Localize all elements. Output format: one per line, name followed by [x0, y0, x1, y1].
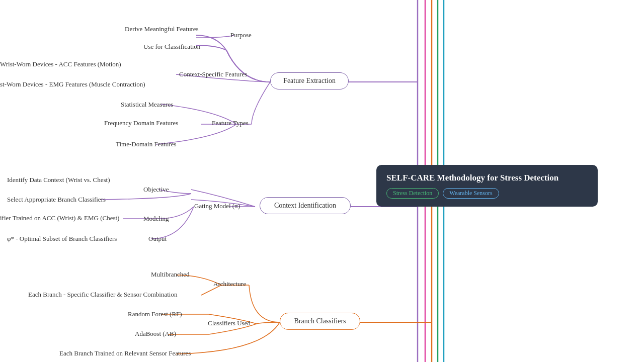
tag-wearable-sensors: Wearable Sensors [443, 188, 499, 199]
info-card-tags: Stress Detection Wearable Sensors [386, 188, 588, 199]
gating-model-label: Gating Model (π) [194, 202, 240, 210]
multibranched-label: Multibranched [151, 270, 190, 279]
tag-stress-detection: Stress Detection [386, 188, 439, 199]
objective-label: Objective [143, 186, 169, 194]
context-identification-node: Context Identification [260, 197, 351, 214]
select-branch-label: Select Appropriate Branch Classifiers [7, 196, 106, 204]
output-label: Output [148, 235, 167, 243]
use-classification-label: Use for Classification [143, 43, 200, 51]
wrist-acc-label: Wrist-Worn Devices - ACC Features (Motio… [0, 60, 121, 68]
adaboost-label: AdaBoost (AB) [135, 330, 176, 338]
branch-classifiers-node: Branch Classifiers [280, 313, 360, 330]
optimal-subset-label: φ* - Optimal Subset of Branch Classifier… [7, 235, 117, 243]
architecture-label: Architecture [213, 280, 246, 288]
modeling-label: Modeling [143, 215, 169, 223]
feature-extraction-node: Feature Extraction [270, 72, 349, 89]
random-forest-label: Random Forest (RF) [128, 310, 182, 318]
each-branch-label: Each Branch - Specific Classifier & Sens… [28, 291, 177, 299]
time-domain-label: Time-Domain Features [116, 140, 176, 148]
context-specific-label: Context-Specific Features [179, 70, 247, 78]
freq-domain-label: Frequency Domain Features [104, 119, 178, 127]
identify-data-label: Identify Data Context (Wrist vs. Chest) [7, 176, 110, 184]
info-card: SELF-CARE Methodology for Stress Detecti… [376, 165, 598, 207]
purpose-label: Purpose [230, 31, 252, 39]
statistical-label: Statistical Measures [121, 101, 173, 109]
wrist-emg-label: st-Worn Devices - EMG Features (Muscle C… [0, 80, 145, 88]
classifiers-used-label: Classifiers Used [208, 319, 251, 327]
info-card-title: SELF-CARE Methodology for Stress Detecti… [386, 173, 588, 183]
derive-meaningful-label: Derive Meaningful Features [125, 25, 199, 33]
each-branch-trained-label: Each Branch Trained on Relevant Sensor F… [59, 349, 191, 357]
feature-types-label: Feature Types [212, 119, 249, 127]
classifier-trained-label: ifier Trained on ACC (Wrist) & EMG (Ches… [0, 214, 119, 222]
